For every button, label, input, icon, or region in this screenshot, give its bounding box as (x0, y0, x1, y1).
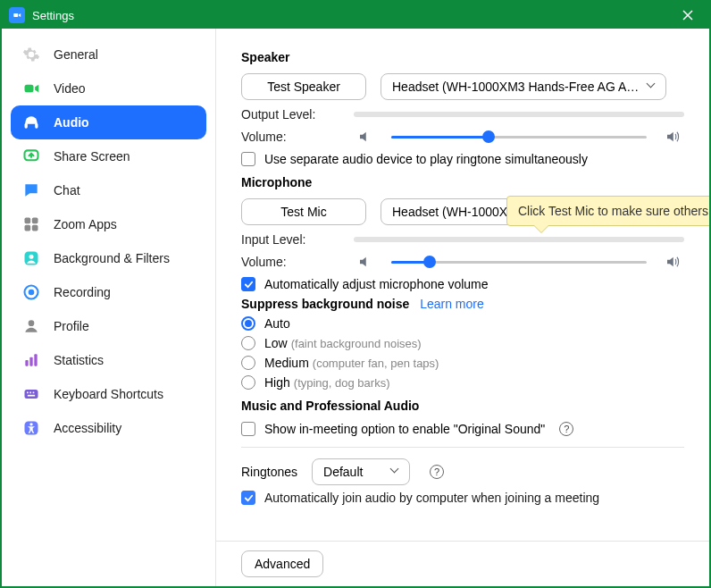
svg-rect-1 (25, 85, 34, 92)
input-level-label: Input Level: (241, 232, 339, 247)
svg-point-13 (29, 320, 35, 326)
microphone-volume-slider[interactable] (391, 254, 647, 270)
chevron-down-icon (648, 82, 657, 91)
original-sound-checkbox[interactable] (241, 422, 255, 436)
speaker-device-select[interactable]: Headset (WH-1000XM3 Hands-Free AG Audio) (381, 73, 666, 100)
svg-rect-3 (35, 123, 38, 129)
svg-rect-15 (29, 357, 32, 366)
speaker-volume-slider[interactable] (391, 129, 647, 145)
sidebar-item-profile[interactable]: Profile (11, 309, 206, 343)
test-mic-button[interactable]: Test Mic (241, 198, 366, 225)
help-icon[interactable]: ? (430, 465, 444, 479)
profile-icon (21, 316, 41, 336)
window-body: General Video Audio Share Screen Chat Zo… (2, 29, 709, 586)
auto-join-audio-label: Automatically join audio by computer whe… (264, 491, 599, 505)
sidebar-item-label: Keyboard Shortcuts (54, 387, 163, 401)
suppress-option-hint: (typing, dog barks) (294, 376, 390, 390)
test-speaker-button[interactable]: Test Speaker (241, 73, 366, 100)
svg-point-12 (29, 290, 35, 296)
ringtones-label: Ringtones (241, 465, 297, 479)
sidebar-item-chat[interactable]: Chat (11, 173, 206, 207)
titlebar: Settings (2, 2, 709, 29)
svg-rect-20 (33, 392, 35, 394)
suppress-medium-radio[interactable] (241, 356, 255, 370)
output-level-meter (354, 112, 684, 117)
auto-join-audio-checkbox[interactable] (241, 491, 255, 505)
suppress-learn-more-link[interactable]: Learn more (420, 297, 484, 311)
sidebar-item-label: General (54, 47, 98, 62)
sidebar-item-label: Zoom Apps (54, 217, 117, 231)
sidebar-item-share-screen[interactable]: Share Screen (11, 139, 206, 173)
output-level-label: Output Level: (241, 107, 339, 122)
sidebar-item-statistics[interactable]: Statistics (11, 343, 206, 377)
sidebar-item-keyboard-shortcuts[interactable]: Keyboard Shortcuts (11, 377, 206, 411)
auto-adjust-mic-label: Automatically adjust microphone volume (264, 277, 489, 291)
svg-rect-18 (27, 392, 29, 394)
sidebar-item-label: Profile (54, 319, 89, 333)
volume-low-icon (357, 129, 373, 145)
music-pro-title: Music and Professional Audio (241, 399, 684, 413)
window-title: Settings (32, 9, 673, 22)
close-icon (682, 10, 693, 21)
volume-low-icon (357, 254, 373, 270)
suppress-auto-radio[interactable] (241, 316, 255, 331)
gear-icon (21, 45, 41, 64)
svg-rect-17 (25, 390, 38, 399)
svg-rect-0 (13, 13, 18, 17)
sidebar: General Video Audio Share Screen Chat Zo… (2, 29, 216, 586)
accessibility-icon (21, 418, 41, 438)
ringtones-select[interactable]: Default (312, 458, 410, 485)
close-button[interactable] (673, 4, 702, 26)
sidebar-item-video[interactable]: Video (11, 71, 206, 105)
volume-high-icon (665, 254, 681, 270)
sidebar-item-label: Background & Filters (54, 251, 170, 265)
svg-rect-16 (34, 354, 37, 365)
svg-rect-21 (28, 395, 35, 397)
keyboard-icon (21, 384, 41, 404)
sidebar-item-general[interactable]: General (11, 38, 206, 71)
suppress-option-label: Auto (264, 316, 290, 331)
suppress-high-radio[interactable] (241, 375, 255, 390)
sidebar-item-zoom-apps[interactable]: Zoom Apps (11, 207, 206, 241)
sidebar-item-label: Audio (54, 115, 89, 130)
sidebar-item-label: Statistics (54, 353, 104, 367)
sidebar-item-audio[interactable]: Audio (11, 105, 206, 139)
recording-icon (21, 282, 41, 302)
svg-rect-5 (25, 218, 31, 224)
svg-rect-6 (32, 218, 38, 224)
suppress-option-hint: (faint background noises) (291, 337, 422, 350)
sidebar-item-accessibility[interactable]: Accessibility (11, 411, 206, 445)
check-icon (244, 280, 254, 290)
sidebar-item-label: Accessibility (54, 421, 121, 435)
svg-rect-19 (29, 392, 31, 394)
svg-rect-2 (25, 123, 28, 129)
separate-ringtone-checkbox[interactable] (241, 152, 255, 166)
separate-ringtone-label: Use separate audio device to play ringto… (264, 152, 588, 166)
suppress-option-hint: (computer fan, pen taps) (313, 357, 439, 370)
sidebar-item-recording[interactable]: Recording (11, 275, 206, 309)
sidebar-item-background-filters[interactable]: Background & Filters (11, 241, 206, 275)
suppress-option-label: Medium (264, 356, 309, 370)
check-icon (244, 493, 254, 503)
share-screen-icon (21, 147, 41, 166)
sidebar-item-label: Chat (54, 183, 80, 197)
sidebar-item-label: Share Screen (54, 149, 130, 164)
ringtones-value: Default (323, 465, 363, 479)
chat-icon (21, 181, 41, 200)
advanced-button[interactable]: Advanced (241, 550, 323, 577)
sidebar-item-label: Recording (54, 285, 111, 299)
svg-rect-14 (25, 360, 28, 366)
suppress-low-radio[interactable] (241, 336, 255, 350)
sidebar-item-label: Video (54, 81, 86, 96)
speaker-section-title: Speaker (241, 50, 684, 64)
suppress-option-label: High (264, 375, 290, 390)
help-icon[interactable]: ? (559, 422, 573, 436)
headphones-icon (21, 113, 41, 132)
svg-rect-7 (25, 225, 31, 231)
statistics-icon (21, 350, 41, 370)
auto-adjust-mic-checkbox[interactable] (241, 277, 255, 291)
input-level-meter (354, 237, 684, 242)
original-sound-label: Show in-meeting option to enable "Origin… (264, 422, 545, 436)
apps-icon (21, 214, 41, 234)
test-mic-tooltip: Click Test Mic to make sure others can h… (506, 196, 709, 226)
